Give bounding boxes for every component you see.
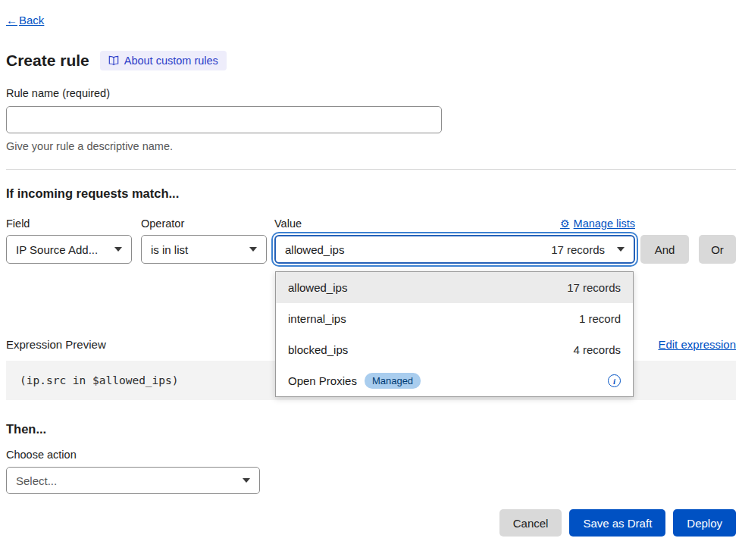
list-option-name: blocked_ips — [288, 343, 348, 356]
list-option-count: 1 record — [579, 312, 621, 325]
rule-name-help: Give your rule a descriptive name. — [6, 140, 736, 152]
cancel-button[interactable]: Cancel — [499, 509, 562, 537]
value-select-count: 17 records — [551, 243, 605, 256]
title-row: Create rule About custom rules — [6, 49, 736, 72]
page-title: Create rule — [6, 52, 89, 70]
operator-select[interactable]: is in list — [141, 235, 267, 264]
then-section-title: Then... — [6, 422, 736, 436]
back-link-label: Back — [19, 14, 44, 27]
edit-expression-link[interactable]: Edit expression — [658, 338, 736, 351]
or-button[interactable]: Or — [699, 235, 736, 264]
chevron-down-icon — [114, 247, 122, 252]
chevron-down-icon — [617, 247, 625, 252]
action-select[interactable]: Select... — [6, 467, 260, 494]
list-option-open-proxies[interactable]: Open Proxies Managed i — [276, 365, 633, 396]
expression-code: (ip.src in $allowed_ips) — [20, 374, 179, 386]
list-dropdown: allowed_ips 17 records internal_ips 1 re… — [275, 271, 634, 397]
operator-select-value: is in list — [151, 243, 188, 256]
value-label: Value — [274, 217, 302, 230]
book-icon — [108, 55, 119, 66]
list-option-allowed-ips[interactable]: allowed_ips 17 records — [276, 272, 633, 303]
match-column-labels: Field Operator Value ⚙ Manage lists — [6, 217, 736, 230]
value-select-wrapper: allowed_ips 17 records allowed_ips 17 re… — [274, 235, 635, 264]
info-icon[interactable]: i — [608, 374, 621, 387]
field-select-value: IP Source Add... — [16, 243, 98, 256]
match-section-title: If incoming requests match... — [6, 186, 736, 201]
rule-name-input[interactable] — [6, 106, 442, 133]
operator-label: Operator — [141, 217, 267, 230]
value-select-name: allowed_ips — [285, 243, 344, 256]
expression-preview-label: Expression Preview — [6, 338, 106, 351]
value-select[interactable]: allowed_ips 17 records — [274, 235, 635, 264]
about-custom-rules-label: About custom rules — [124, 55, 218, 67]
choose-action-label: Choose action — [6, 449, 736, 461]
create-rule-page: ←Back Create rule About custom rules Rul… — [0, 0, 742, 560]
about-custom-rules-link[interactable]: About custom rules — [100, 51, 227, 70]
section-divider — [6, 169, 736, 170]
list-option-count: 17 records — [567, 281, 621, 294]
list-option-blocked-ips[interactable]: blocked_ips 4 records — [276, 334, 633, 365]
list-option-internal-ips[interactable]: internal_ips 1 record — [276, 303, 633, 334]
rule-name-label: Rule name (required) — [6, 87, 736, 99]
chevron-down-icon — [249, 247, 257, 252]
chevron-down-icon — [243, 478, 250, 483]
back-link[interactable]: ←Back — [6, 14, 44, 27]
list-option-count: 4 records — [573, 343, 621, 356]
list-option-name: internal_ips — [288, 312, 346, 325]
footer-actions: Cancel Save as Draft Deploy — [6, 509, 736, 537]
back-arrow-icon: ← — [6, 14, 17, 27]
field-select[interactable]: IP Source Add... — [6, 235, 132, 264]
managed-badge: Managed — [365, 373, 421, 389]
match-controls-row: IP Source Add... is in list allowed_ips … — [6, 235, 736, 264]
manage-lists-link[interactable]: ⚙ Manage lists — [560, 217, 635, 230]
action-select-placeholder: Select... — [16, 474, 57, 487]
manage-lists-label: Manage lists — [574, 217, 635, 230]
deploy-button[interactable]: Deploy — [673, 509, 736, 537]
gear-icon: ⚙ — [560, 217, 570, 230]
field-label: Field — [6, 217, 132, 230]
and-button[interactable]: And — [640, 235, 689, 264]
save-draft-button[interactable]: Save as Draft — [569, 509, 665, 537]
list-option-name: Open Proxies — [288, 374, 357, 387]
list-option-name: allowed_ips — [288, 281, 347, 294]
